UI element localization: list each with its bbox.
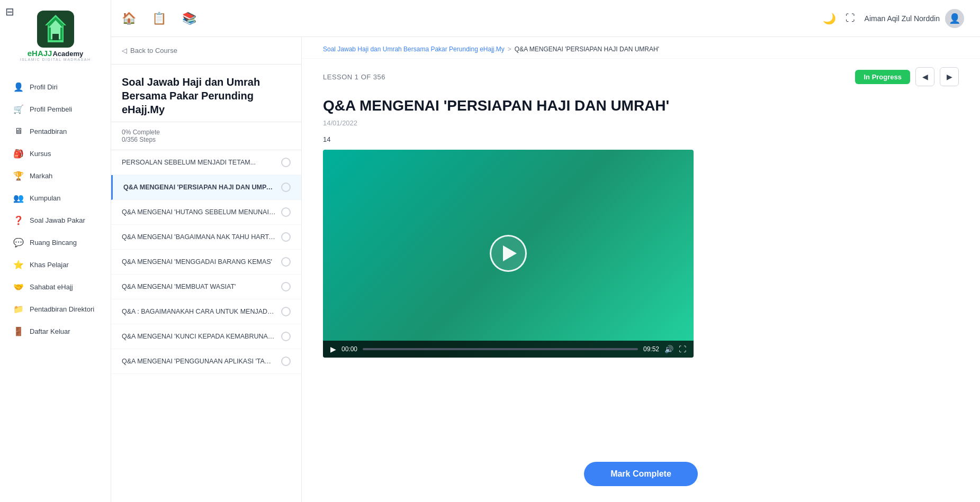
sidebar: eHAJJ Academy ISLAMIC DIGITAL MADRASAH 👤… — [0, 0, 111, 502]
sidebar-item-ruang-bincang[interactable]: 💬 Ruang Bincang — [5, 232, 105, 253]
lesson-item-title: Q&A MENGENAI 'HUTANG SEBELUM MENUNAIKAN … — [122, 208, 276, 216]
sidebar-item-markah[interactable]: 🏆 Markah — [5, 165, 105, 186]
course-progress: 0% Complete 0/356 Steps — [111, 122, 301, 150]
lesson-title: Q&A MENGENAI 'PERSIAPAN HAJI DAN UMRAH' — [323, 97, 959, 115]
lesson-check-icon — [281, 257, 291, 267]
mark-complete-button[interactable]: Mark Complete — [584, 462, 698, 486]
breadcrumb: Soal Jawab Haji dan Umrah Bersama Pakar … — [302, 37, 980, 59]
lesson-nav: In Progress ◀ ▶ — [855, 67, 959, 86]
sidebar-label-2: Pentadbiran — [30, 127, 67, 135]
lesson-check-icon — [281, 207, 291, 217]
next-lesson-button[interactable]: ▶ — [940, 67, 959, 86]
lesson-item-title: Q&A MENGENAI 'BAGAIMANA NAK TAHU HARTA I… — [122, 233, 276, 241]
sidebar-item-profil-pembeli[interactable]: 🛒 Profil Pembeli — [5, 98, 105, 120]
lesson-item[interactable]: Q&A MENGENAI 'PERSIAPAN HAJI DAN UMPAH.' — [111, 175, 301, 200]
sidebar-label-3: Kursus — [30, 150, 51, 158]
book-icon[interactable]: 📚 — [182, 12, 196, 25]
sidebar-label-0: Profil Diri — [30, 83, 58, 91]
sidebar-label-4: Markah — [30, 172, 52, 180]
sidebar-item-pentadbiran-direktori[interactable]: 📁 Pentadbiran Direktori — [5, 298, 105, 320]
top-bar-right: 🌙 ⛶ Aiman Aqil Zul Norddin 👤 — [823, 9, 964, 28]
back-to-course-button[interactable]: ◁ Back to Course — [111, 37, 301, 65]
sidebar-icon-7: 💬 — [13, 236, 24, 248]
lesson-item[interactable]: Q&A : BAGAIMANAKAH CARA UNTUK MENJADI SE… — [111, 299, 301, 324]
sidebar-icon-3: 🎒 — [13, 148, 24, 159]
sidebar-label-7: Ruang Bincang — [30, 239, 77, 247]
volume-icon[interactable]: 🔊 — [664, 345, 673, 353]
breadcrumb-separator: > — [508, 45, 511, 53]
progress-percent: 0% Complete — [122, 129, 291, 136]
lesson-views: 14 — [323, 135, 959, 143]
course-panel: ◁ Back to Course Soal Jawab Haji dan Umr… — [111, 37, 302, 502]
sidebar-item-kumpulan[interactable]: 👥 Kumpulan — [5, 187, 105, 208]
lesson-check-icon — [281, 357, 291, 366]
sidebar-label-5: Kumpulan — [30, 194, 61, 202]
video-play-pause-button[interactable]: ▶ — [330, 345, 336, 353]
play-button[interactable] — [490, 235, 527, 272]
user-avatar: 👤 — [945, 9, 964, 28]
video-player[interactable]: ▶ 00:00 09:52 🔊 ⛶ — [323, 150, 694, 358]
sidebar-icon-9: 🤝 — [13, 281, 24, 293]
sidebar-item-profil-diri[interactable]: 👤 Profil Diri — [5, 76, 105, 97]
lesson-item-title: Q&A MENGENAI 'MEMBUAT WASIAT' — [122, 283, 276, 290]
mark-complete-area: Mark Complete — [302, 451, 980, 502]
logo: eHAJJ Academy ISLAMIC DIGITAL MADRASAH — [20, 5, 91, 67]
sidebar-icon-10: 📁 — [13, 303, 24, 315]
lesson-item[interactable]: Q&A MENGENAI 'PENGGUNAAN APLIKASI 'TAWAK… — [111, 349, 301, 374]
lesson-item-title: Q&A MENGENAI 'MENGGADAI BARANG KEMAS' — [122, 258, 276, 266]
sidebar-item-sahabat-ehajj[interactable]: 🤝 Sahabat eHajj — [5, 276, 105, 297]
briefcase-icon[interactable]: 📋 — [152, 12, 166, 25]
sidebar-icon-1: 🛒 — [13, 103, 24, 115]
lesson-item[interactable]: Q&A MENGENAI 'KUNCI KEPADA KEMABRUNAN SE… — [111, 324, 301, 349]
sidebar-icon-5: 👥 — [13, 192, 24, 204]
svg-rect-4 — [52, 34, 59, 40]
fullscreen-icon[interactable]: ⛶ — [679, 345, 686, 353]
video-current-time: 00:00 — [341, 345, 357, 353]
expand-btn[interactable]: ⛶ — [846, 13, 855, 24]
course-lessons: PERSOALAN SEBELUM MENJADI TETAM... Q&A M… — [111, 150, 301, 502]
user-menu[interactable]: Aiman Aqil Zul Norddin 👤 — [865, 9, 964, 28]
main-area: ◁ Back to Course Soal Jawab Haji dan Umr… — [111, 37, 980, 502]
lesson-item-title: Q&A MENGENAI 'PERSIAPAN HAJI DAN UMPAH.' — [123, 184, 276, 191]
user-name: Aiman Aqil Zul Norddin — [865, 14, 940, 23]
lesson-check-icon — [281, 332, 291, 341]
sidebar-item-kursus[interactable]: 🎒 Kursus — [5, 143, 105, 164]
lesson-item[interactable]: PERSOALAN SEBELUM MENJADI TETAM... — [111, 150, 301, 175]
sidebar-item-daftar-keluar[interactable]: 🚪 Daftar Keluar — [5, 321, 105, 342]
video-controls: ▶ 00:00 09:52 🔊 ⛶ — [323, 341, 694, 358]
sidebar-icon-4: 🏆 — [13, 170, 24, 181]
logo-subtitle: ISLAMIC DIGITAL MADRASAH — [20, 58, 91, 61]
lesson-item[interactable]: Q&A MENGENAI 'BAGAIMANA NAK TAHU HARTA I… — [111, 225, 301, 250]
home-icon[interactable]: 🏠 — [122, 12, 136, 25]
sidebar-icon-2: 🖥 — [13, 125, 24, 137]
sidebar-label-6: Soal Jawab Pakar — [30, 216, 85, 224]
sidebar-item-pentadbiran[interactable]: 🖥 Pentadbiran — [5, 121, 105, 142]
sidebar-label-8: Khas Pelajar — [30, 261, 69, 269]
lesson-item[interactable]: Q&A MENGENAI 'MENGGADAI BARANG KEMAS' — [111, 250, 301, 275]
play-icon — [503, 245, 517, 261]
top-bar: 🏠📋📚 🌙 ⛶ Aiman Aqil Zul Norddin 👤 — [111, 0, 980, 37]
prev-lesson-button[interactable]: ◀ — [915, 67, 934, 86]
video-end-time: 09:52 — [643, 345, 659, 353]
toggle-sidebar-button[interactable]: ⊟ — [5, 5, 14, 18]
sidebar-item-soal-jawab-pakar[interactable]: ❓ Soal Jawab Pakar — [5, 209, 105, 231]
lesson-item[interactable]: Q&A MENGENAI 'HUTANG SEBELUM MENUNAIKAN … — [111, 200, 301, 225]
lesson-header: LESSON 1 OF 356 In Progress ◀ ▶ — [302, 59, 980, 92]
breadcrumb-course-link[interactable]: Soal Jawab Haji dan Umrah Bersama Pakar … — [323, 45, 505, 53]
content-area: Soal Jawab Haji dan Umrah Bersama Pakar … — [302, 37, 980, 502]
lesson-check-icon — [281, 282, 291, 291]
lesson-date: 14/01/2022 — [323, 119, 959, 127]
sidebar-label-10: Pentadbiran Direktori — [30, 305, 94, 313]
video-progress-bar[interactable] — [363, 348, 638, 350]
theme-toggle[interactable]: 🌙 — [823, 12, 836, 25]
sidebar-label-9: Sahabat eHajj — [30, 283, 73, 291]
in-progress-badge: In Progress — [855, 70, 910, 84]
sidebar-item-khas-pelajar[interactable]: ⭐ Khas Pelajar — [5, 254, 105, 275]
sidebar-nav: 👤 Profil Diri 🛒 Profil Pembeli 🖥 Pentadb… — [0, 76, 111, 343]
lesson-item-title: PERSOALAN SEBELUM MENJADI TETAM... — [122, 159, 276, 166]
course-title: Soal Jawab Haji dan Umrah Bersama Pakar … — [111, 65, 301, 122]
lesson-item[interactable]: Q&A MENGENAI 'MEMBUAT WASIAT' — [111, 275, 301, 299]
lesson-number: LESSON 1 OF 356 — [323, 73, 385, 81]
back-chevron-icon: ◁ — [122, 47, 127, 54]
progress-steps: 0/356 Steps — [122, 136, 291, 143]
